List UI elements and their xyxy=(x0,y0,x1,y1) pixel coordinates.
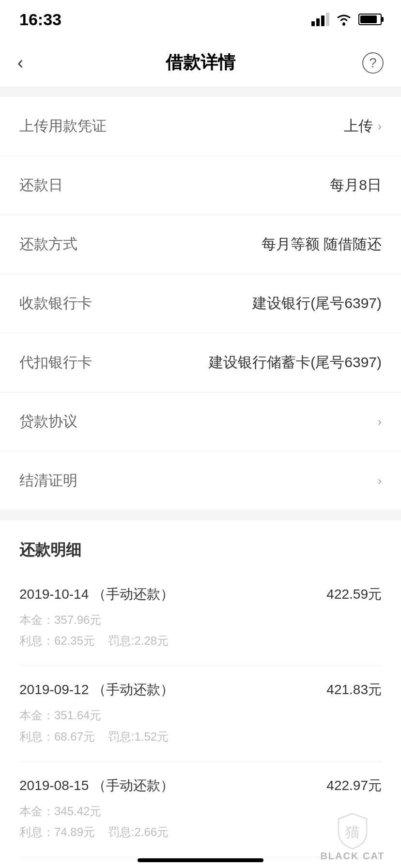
repayment-date-0: 2019-10-14 （手动还款） xyxy=(19,585,174,604)
watermark-shield-icon: 猫 xyxy=(333,812,372,851)
nav-bar: ‹ 借款详情 ? xyxy=(0,39,401,87)
upload-arrow-icon: › xyxy=(378,120,382,133)
status-bar: 16:33 xyxy=(0,0,401,39)
back-button[interactable]: ‹ xyxy=(17,53,23,73)
repayment-date-row: 还款日 每月8日 xyxy=(0,156,401,215)
wifi-icon xyxy=(335,13,353,26)
repayment-header-2: 2019-08-15 （手动还款） 422.97元 xyxy=(19,776,382,795)
repayment-item-1: 2019-09-12 （手动还款） 421.83元 本金：351.64元 利息：… xyxy=(19,666,382,761)
info-section: 上传用款凭证 上传 › 还款日 每月8日 还款方式 每月等额 随借随还 收款银行… xyxy=(0,97,401,511)
repayment-header-1: 2019-09-12 （手动还款） 421.83元 xyxy=(19,681,382,699)
loan-agreement-arrow-icon: › xyxy=(378,415,382,429)
help-button[interactable]: ? xyxy=(362,52,384,74)
receiving-bank-value: 建设银行(尾号6397) xyxy=(252,294,382,313)
loan-agreement-row[interactable]: 贷款协议 › xyxy=(0,392,401,451)
section-divider xyxy=(0,511,401,520)
svg-text:猫: 猫 xyxy=(345,824,360,840)
deduction-bank-value: 建设银行储蓄卡(尾号6397) xyxy=(209,353,382,372)
repayment-item-0: 2019-10-14 （手动还款） 422.59元 本金：357.96元 利息：… xyxy=(19,571,382,666)
repayment-method-row: 还款方式 每月等额 随借随还 xyxy=(0,215,401,274)
repayment-section-title: 还款明细 xyxy=(19,540,382,571)
repayment-method-label: 还款方式 xyxy=(19,234,77,254)
page-title: 借款详情 xyxy=(166,51,235,75)
repayment-amount-2: 422.97元 xyxy=(326,776,382,795)
upload-voucher-row[interactable]: 上传用款凭证 上传 › xyxy=(0,97,401,156)
status-time: 16:33 xyxy=(19,10,62,29)
repayment-amount-1: 421.83元 xyxy=(326,681,382,699)
svg-point-0 xyxy=(342,23,345,26)
signal-icon xyxy=(311,13,329,26)
receiving-bank-row: 收款银行卡 建设银行(尾号6397) xyxy=(0,274,401,333)
repayment-method-value: 每月等额 随借随还 xyxy=(262,234,382,254)
settlement-label: 结清证明 xyxy=(19,471,77,491)
repayment-date-value: 每月8日 xyxy=(330,175,382,195)
battery-icon xyxy=(358,14,382,25)
deduction-bank-label: 代扣银行卡 xyxy=(19,353,92,372)
home-indicator xyxy=(138,858,263,862)
deduction-bank-row: 代扣银行卡 建设银行储蓄卡(尾号6397) xyxy=(0,333,401,392)
repayment-detail-1: 本金：351.64元 利息：68.67元 罚息:1.52元 xyxy=(19,705,382,746)
repayment-date-2: 2019-08-15 （手动还款） xyxy=(19,776,174,795)
repayment-date-1: 2019-09-12 （手动还款） xyxy=(19,681,174,699)
repayment-date-label: 还款日 xyxy=(19,175,63,195)
upload-voucher-value: 上传 › xyxy=(344,116,382,136)
settlement-arrow: › xyxy=(378,474,382,488)
upload-voucher-label: 上传用款凭证 xyxy=(19,116,107,136)
repayment-header-0: 2019-10-14 （手动还款） 422.59元 xyxy=(19,585,382,604)
receiving-bank-label: 收款银行卡 xyxy=(19,294,92,313)
watermark-text: BLACK CAT xyxy=(320,851,385,862)
repayment-amount-0: 422.59元 xyxy=(326,585,382,604)
watermark: 猫 BLACK CAT xyxy=(304,805,401,868)
repayment-detail-0: 本金：357.96元 利息：62.35元 罚息:2.28元 xyxy=(19,609,382,651)
settlement-arrow-icon: › xyxy=(378,474,382,488)
loan-agreement-arrow: › xyxy=(378,415,382,429)
status-icons xyxy=(311,13,382,26)
loan-agreement-label: 贷款协议 xyxy=(19,412,77,432)
settlement-row[interactable]: 结清证明 › xyxy=(0,451,401,511)
